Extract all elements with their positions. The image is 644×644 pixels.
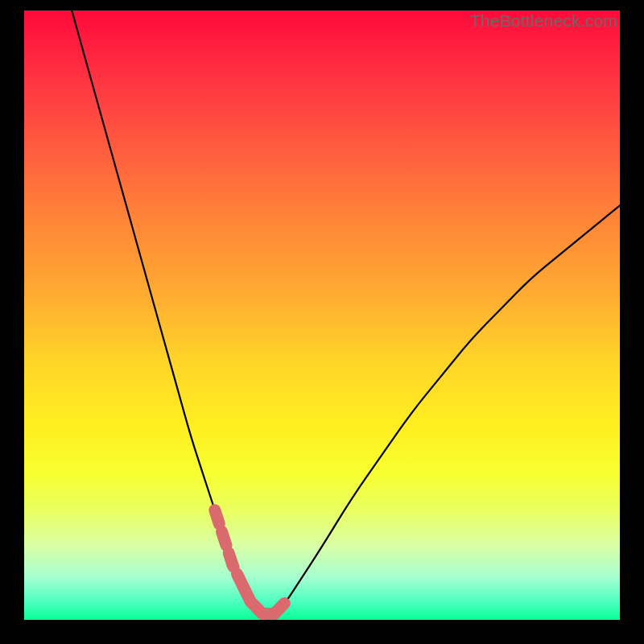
- highlight-segment-bottom: [238, 577, 274, 613]
- highlight-segment-left: [215, 510, 239, 577]
- highlight-segment-right: [275, 601, 287, 613]
- watermark-text: TheBottleneck.com: [470, 11, 617, 31]
- curve-svg: [24, 10, 620, 620]
- curve-group: [72, 10, 620, 613]
- bottleneck-curve-line: [72, 10, 620, 613]
- chart-plot-area: [24, 10, 620, 620]
